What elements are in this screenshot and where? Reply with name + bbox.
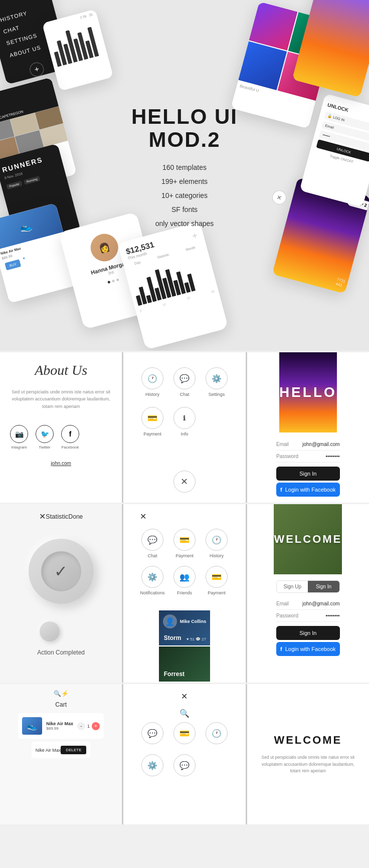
facebook-icon[interactable]: f [61,425,79,443]
settings3-icon[interactable]: ⚙️ [141,754,163,776]
search-icon[interactable]: 🔍 [54,690,61,697]
chat4-icon[interactable]: 💬 [173,754,196,776]
hello-background: HELLO [279,352,337,432]
cart-item-2: Nike Air Max DELETE [32,742,91,758]
filter-icon[interactable]: ⚡ [61,690,69,697]
close-button3[interactable]: ✕ [181,692,188,701]
feature-item: 160 templates [131,160,238,174]
payment4-icon[interactable]: 💳 [173,722,196,744]
signin-button[interactable]: Sign In [276,467,340,481]
cart-item-info: Nike Air Max $89.99 [46,721,73,731]
close-button[interactable]: ✕ [140,512,146,521]
email-label2: Email [276,601,289,606]
notifications-label: Notifications [140,590,164,595]
history2-label: History [210,553,224,558]
menu-icon-grid: 🕐 History 💬 Chat ⚙️ Settings 💳 Payment ℹ… [141,362,228,442]
signin-button2[interactable]: Sign In [276,626,340,640]
chat3-icon[interactable]: 💬 [141,722,163,744]
history-icon[interactable]: 🕐 [141,367,163,389]
menu3-card: ✕ 🔍 💬 💳 🕐 ⚙️ 💬 [123,684,245,824]
facebook-icon-btn: f [280,487,282,493]
check-icon: ✓ [54,562,68,581]
welcome-login-section: Sign Up Sign In Email john@gmail.com Pas… [268,574,348,662]
instagram-icon[interactable]: 📷 [10,425,28,443]
email-label: Email [276,442,289,447]
photo-card-storm[interactable]: 👤 Mike Collins Storm ♥ 51 💬 27 [159,610,211,645]
buy-button[interactable]: BUY [5,259,21,270]
facebook-login-button[interactable]: f Login with Facebook [276,483,340,497]
settings-icon[interactable]: ⚙️ [206,367,228,389]
icon-item-c5: 💬 [173,754,196,776]
twitter-icon[interactable]: 🐦 [36,425,54,443]
welcome-card: WELCOME Sign Up Sign In Email john@gmail… [247,504,369,683]
instagram-wrap: 📷 Intagram [10,425,28,450]
history-label: History [145,392,159,397]
icon-item-settings: ⚙️ Settings [206,367,228,397]
payment2-icon[interactable]: 💳 [173,529,196,551]
action-label: Action Completed [37,649,85,656]
instagram-label: Intagram [11,445,27,450]
feature-item: only vector shapes [131,216,238,231]
password-row: Password •••••••• [276,451,340,463]
tab-day[interactable]: Day [134,260,141,265]
plus-button[interactable]: + [28,61,45,78]
icon-item-c3: 🕐 [206,722,228,744]
icon-item-history2: 🕐 History [205,529,229,558]
close-menu-button[interactable]: ✕ [173,471,196,493]
payment-icon[interactable]: 💳 [141,407,163,429]
add-icon[interactable]: + [191,230,199,242]
third-grid-row: 🔍 ⚡ Cart 👟 Nike Air Max $89.99 - 1 + Nik… [0,684,369,824]
social-icons: 📷 Intagram 🐦 Twitter f Facebook [10,425,79,450]
close-button[interactable]: ✕ [39,512,46,521]
cart-card: 🔍 ⚡ Cart 👟 Nike Air Max $89.99 - 1 + Nik… [0,684,122,824]
icon-item-c4: ⚙️ [141,754,163,776]
delete-button[interactable]: DELETE [61,746,86,754]
tag-popular: Popular [6,181,22,190]
settings-label: Settings [209,392,225,397]
hero-heading: HELLO UI MOD.2 [131,105,238,151]
facebook-login-button2[interactable]: f Login with Facebook [276,642,340,656]
icon-item-chat: 💬 Chat [173,367,196,397]
history2-icon[interactable]: 🕐 [206,529,228,551]
friends-icon[interactable]: 👥 [173,566,196,588]
storm-label: Storm [164,634,181,641]
hello-title: HELLO [279,384,337,400]
icon-item-payment2: 💳 Payment [172,529,197,558]
wishlist-icon[interactable]: ♥ [23,256,27,267]
email-row: Email john@gmail.com [276,439,340,451]
increase-button[interactable]: + [92,722,100,730]
payment3-label: Payment [208,590,226,595]
small-knob[interactable] [40,621,60,641]
photo-cards-section: 👤 Mike Collins Storm ♥ 51 💬 27 Forrest [159,610,211,683]
tab-month[interactable]: Month [186,246,196,252]
info-icon[interactable]: ℹ [173,407,196,429]
search-icon3[interactable]: 🔍 [179,709,190,718]
about-link[interactable]: john.com [10,461,112,466]
history3-icon[interactable]: 🕐 [206,722,228,744]
signin-tab[interactable]: Sign In [308,581,339,592]
payment3-icon[interactable]: 💳 [206,566,228,588]
quantity-value: 1 [87,724,90,729]
chat-icon[interactable]: 💬 [173,367,196,389]
icon-item-payment3: 💳 Payment [205,566,229,595]
dot [112,280,115,283]
avatar: 👩 [87,231,121,264]
hello-text: Nick Collins Mike Collins [314,0,369,16]
signup-tab[interactable]: Sign Up [277,581,308,592]
welcome-big-title: WELCOME [274,734,342,747]
done-button[interactable]: Done [69,513,83,520]
close-button[interactable]: ✕ [271,189,288,206]
notifications-icon[interactable]: ⚙️ [141,566,163,588]
sunset-numbers: 7731 443 [335,277,346,288]
cart-header: 🔍 ⚡ [54,690,69,697]
decrease-button[interactable]: - [77,722,85,730]
cart-quantity: - 1 + [77,722,100,730]
photo-card-forrest[interactable]: Forrest [159,646,211,682]
chat2-icon[interactable]: 💬 [141,529,163,551]
tag-running: Running [24,176,41,185]
icon-item-chat2: 💬 Chat [140,529,164,558]
second-grid-row: ✕ Statistic Done ✓ Action Completed ✕ 💬 … [0,504,369,683]
neumorphic-knob[interactable]: ✓ [29,539,94,604]
facebook-wrap: f Facebook [61,425,79,450]
tab-statistic[interactable]: Statistic [157,253,169,259]
